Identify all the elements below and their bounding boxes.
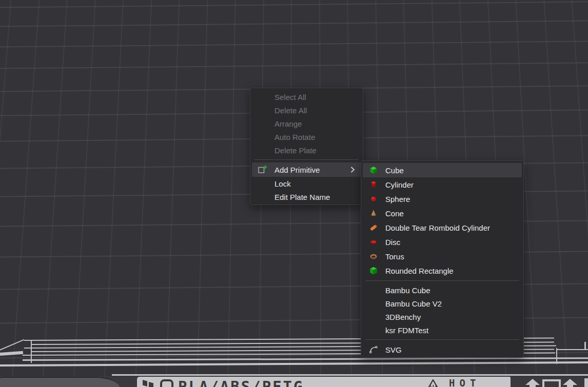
grid-line (165, 0, 180, 387)
menu-item-cone[interactable]: Cone (363, 206, 522, 220)
plate-corner-mark (584, 378, 588, 387)
grid-line (0, 62, 588, 69)
plate-arrow-icon (562, 379, 578, 387)
icon-placeholder (257, 145, 268, 156)
menu-separator (254, 159, 359, 160)
menu-item-bambu-cube-v2[interactable]: Bambu Cube V2 (363, 297, 522, 310)
icon-placeholder (368, 284, 379, 296)
icon-placeholder (257, 118, 268, 129)
grid-line (0, 0, 12, 387)
disc-icon (368, 236, 379, 248)
menu-item-cube[interactable]: Cube (363, 163, 522, 177)
menu-item-torus[interactable]: Torus (363, 249, 522, 263)
plate-hot-label: HOT (449, 377, 480, 387)
grid-line (543, 0, 570, 387)
menu-item-ksr-fdmtest[interactable]: ksr FDMTest (363, 323, 522, 337)
menu-separator (365, 339, 519, 340)
plate-edge-line (557, 349, 588, 351)
hot-warning-icon (425, 378, 441, 387)
grid-line (134, 0, 152, 387)
bezier-icon (368, 344, 379, 355)
grid-line (0, 40, 588, 47)
plate-frame-icon (542, 379, 561, 387)
grid-line (10, 0, 40, 387)
menu-separator (365, 280, 519, 281)
menu-item-disc[interactable]: Disc (363, 235, 522, 249)
cone-icon (368, 208, 379, 219)
menu-item-bambu-cube[interactable]: Bambu Cube (363, 283, 522, 297)
plate-material-label: PLA/ABS/PETG (178, 378, 304, 387)
icon-placeholder (257, 131, 268, 142)
icon-placeholder (257, 191, 268, 202)
menu-item-delete-plate[interactable]: Delete Plate (252, 144, 361, 157)
grid-line (103, 0, 124, 387)
plate-badge-icon (160, 379, 174, 387)
icon-placeholder (368, 311, 379, 322)
menu-item-lock[interactable]: Lock (252, 177, 361, 190)
plate-edge-line (112, 374, 588, 376)
menu-item-cylinder[interactable]: Cylinder (363, 177, 522, 192)
grid-line (41, 0, 68, 387)
icon-placeholder (368, 298, 379, 309)
menu-item-arrange[interactable]: Arrange (252, 117, 361, 130)
menu-item-sphere[interactable]: Sphere (363, 192, 522, 206)
menu-item-delete-all[interactable]: Delete All (252, 104, 361, 117)
romboid-icon (368, 222, 379, 233)
grid-line (0, 19, 588, 27)
plate-name-tab[interactable] (0, 377, 120, 387)
plate-edge-line (584, 342, 586, 350)
plate-edge-line (556, 348, 558, 364)
plate-label-strip: PLA/ABS/PETG HOT (137, 377, 511, 387)
icon-placeholder (257, 178, 268, 189)
icon-placeholder (257, 91, 268, 103)
add-primitive-submenu: Cube Cylinder Sphere Cone Double Tear Ro… (361, 160, 524, 358)
icon-placeholder (257, 105, 268, 116)
plate-arrow-icon (525, 379, 540, 387)
bambu-logo-icon (142, 378, 155, 387)
cylinder-icon (368, 179, 379, 190)
menu-item-select-all[interactable]: Select All (252, 90, 361, 104)
menu-item-3dbenchy[interactable]: 3DBenchy (363, 310, 522, 323)
torus-icon (368, 251, 379, 262)
plate-edge-line (31, 340, 32, 363)
menu-item-double-tear-romboid-cylinder[interactable]: Double Tear Romboid Cylinder (363, 220, 522, 235)
grid-line (0, 1, 588, 8)
rounded-rectangle-icon (368, 265, 379, 276)
menu-item-rounded-rectangle[interactable]: Rounded Rectangle (363, 263, 522, 278)
menu-item-svg[interactable]: SVG (363, 342, 522, 357)
menu-item-add-primitive[interactable]: Add Primitive (252, 162, 361, 177)
menu-item-edit-plate-name[interactable]: Edit Plate Name (252, 190, 361, 203)
add-primitive-icon (257, 164, 268, 175)
grid-line (196, 0, 208, 387)
menu-item-auto-rotate[interactable]: Auto Rotate (252, 130, 361, 144)
cube-icon (368, 165, 379, 176)
submenu-arrow-icon (350, 166, 355, 173)
sphere-icon (368, 193, 379, 205)
grid-line (571, 0, 588, 387)
slicer-3d-viewport: { "viewport": { "background_color": "#34… (0, 0, 588, 387)
grid-line (72, 0, 96, 387)
icon-placeholder (368, 324, 379, 336)
plate-context-menu: Select All Delete All Arrange Auto Rotat… (250, 88, 363, 205)
